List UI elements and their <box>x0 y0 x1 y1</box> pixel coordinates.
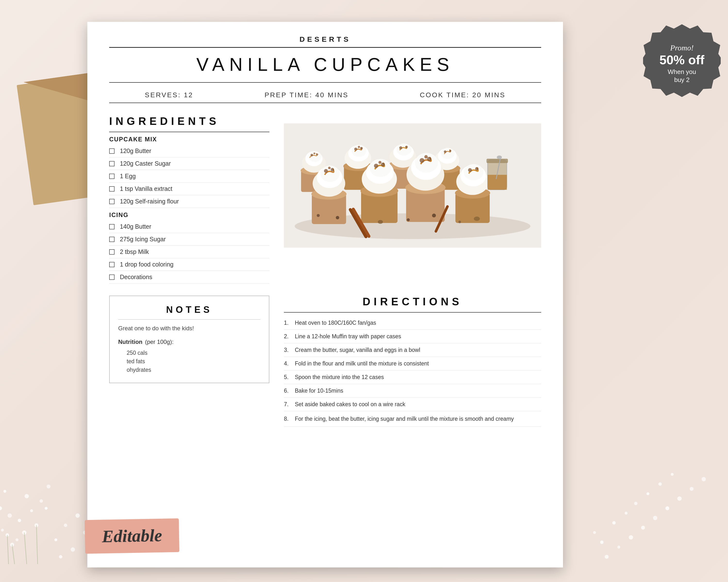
svg-point-105 <box>475 167 478 170</box>
svg-point-31 <box>641 526 645 530</box>
svg-point-11 <box>25 494 29 498</box>
svg-point-12 <box>3 490 6 493</box>
svg-line-24 <box>36 525 37 564</box>
checkbox-1[interactable] <box>109 148 114 154</box>
recipe-image <box>284 115 541 256</box>
svg-point-65 <box>396 144 412 156</box>
svg-point-98 <box>424 155 428 159</box>
svg-point-36 <box>634 502 638 505</box>
serves-meta: SERVES: 12 <box>145 91 193 99</box>
svg-point-50 <box>311 154 313 157</box>
recipe-card: DESERTS VANILLA CUPCAKES SERVES: 12 PREP… <box>87 22 563 567</box>
flower-cluster-right <box>582 363 728 582</box>
ingredient-item-7: 275g Icing Sugar <box>109 233 269 246</box>
prep-meta: PREP TIME: 40 MINS <box>264 91 348 99</box>
svg-rect-118 <box>487 159 508 163</box>
ingredients-title: INGREDIENTS <box>109 115 269 127</box>
svg-point-9 <box>0 506 2 510</box>
svg-point-15 <box>71 547 75 552</box>
checkbox-2[interactable] <box>109 161 114 166</box>
svg-text:When you: When you <box>668 68 696 76</box>
svg-point-18 <box>64 524 67 527</box>
svg-point-60 <box>358 146 360 148</box>
checkbox-10[interactable] <box>109 275 114 280</box>
checkbox-6[interactable] <box>109 224 114 229</box>
ingredients-section: INGREDIENTS CUPCAKE MIX 120g Butter 120g… <box>109 115 269 283</box>
svg-point-67 <box>405 146 408 148</box>
svg-point-88 <box>374 164 378 168</box>
svg-point-59 <box>360 147 363 149</box>
ingredient-item-4: 1 tsp Vanilla extract <box>109 183 269 195</box>
direction-item-1: 1. Heat oven to 180C/160C fan/gas <box>284 316 541 330</box>
ingredient-item-3: 1 Egg <box>109 170 269 183</box>
svg-point-73 <box>444 150 446 153</box>
svg-point-110 <box>407 218 410 221</box>
nutrition-label: Nutrition (per 100g): <box>118 338 260 345</box>
svg-point-35 <box>666 506 669 510</box>
svg-point-58 <box>354 148 357 150</box>
nutrition-item-3: ohydrates <box>118 366 260 374</box>
header-divider-mid <box>109 82 541 83</box>
promo-badge: Promo! 50% off When you buy 2 <box>643 22 721 100</box>
recipe-image-container <box>284 115 541 256</box>
ingredient-item-10: Decorations <box>109 271 269 283</box>
svg-point-96 <box>420 158 424 163</box>
checkbox-8[interactable] <box>109 249 114 255</box>
svg-point-104 <box>468 168 472 172</box>
content-row: INGREDIENTS CUPCAKE MIX 120g Butter 120g… <box>87 110 563 291</box>
direction-num-4: 4. <box>284 360 291 367</box>
svg-point-114 <box>378 220 383 224</box>
svg-point-51 <box>316 154 318 156</box>
header-divider-top <box>109 47 541 48</box>
header-divider-bot <box>109 103 541 103</box>
svg-point-37 <box>677 496 682 501</box>
svg-point-16 <box>54 538 57 541</box>
svg-point-120 <box>497 156 502 159</box>
cook-meta: COOK TIME: 20 MINS <box>420 91 505 99</box>
directions-divider <box>284 312 541 312</box>
category-label: DESERTS <box>109 35 541 44</box>
recipe-header: DESERTS VANILLA CUPCAKES SERVES: 12 PREP… <box>87 22 563 103</box>
svg-point-52 <box>314 153 315 154</box>
svg-point-80 <box>324 169 328 173</box>
ingredient-item-5: 120g Self-raising flour <box>109 195 269 208</box>
svg-point-19 <box>76 514 80 518</box>
svg-rect-117 <box>488 175 507 190</box>
direction-item-5: 5. Spoon the mixture into the 12 cases <box>284 370 541 384</box>
svg-point-42 <box>671 473 674 476</box>
svg-point-14 <box>59 555 62 558</box>
direction-num-3: 3. <box>284 347 291 353</box>
svg-point-111 <box>432 214 436 218</box>
svg-point-38 <box>647 492 649 495</box>
svg-point-41 <box>702 477 706 481</box>
recipe-title: VANILLA CUPCAKES <box>109 54 541 75</box>
ingredient-item-1: 120g Butter <box>109 145 269 157</box>
checkbox-5[interactable] <box>109 199 114 204</box>
bottom-row: NOTES Great one to do with the kids! Nut… <box>87 291 563 441</box>
direction-num-7: 7. <box>284 401 291 408</box>
svg-point-4 <box>1 529 4 532</box>
svg-point-90 <box>379 161 382 164</box>
direction-item-8: 8. For the icing, beat the butter, icing… <box>284 411 541 427</box>
checkbox-7[interactable] <box>109 237 114 242</box>
checkbox-9[interactable] <box>109 262 114 267</box>
svg-point-13 <box>47 484 50 489</box>
svg-point-82 <box>328 167 331 169</box>
direction-num-5: 5. <box>284 374 291 381</box>
svg-point-6 <box>18 519 21 522</box>
ingredient-item-8: 2 tbsp Milk <box>109 246 269 258</box>
directions-title: DIRECTIONS <box>284 296 541 308</box>
notes-text: Great one to do with the kids! <box>118 325 260 332</box>
checkbox-4[interactable] <box>109 186 114 192</box>
ingredients-divider <box>109 132 269 132</box>
checkbox-3[interactable] <box>109 174 114 179</box>
recipe-meta: SERVES: 12 PREP TIME: 40 MINS COOK TIME:… <box>109 87 541 103</box>
svg-point-112 <box>459 221 461 223</box>
svg-point-72 <box>441 148 455 159</box>
svg-point-28 <box>600 541 603 544</box>
svg-point-109 <box>336 216 339 219</box>
svg-point-34 <box>625 512 627 515</box>
svg-point-97 <box>427 157 432 161</box>
svg-point-39 <box>690 487 694 491</box>
nutrition-item-1: 250 cals <box>118 349 260 357</box>
